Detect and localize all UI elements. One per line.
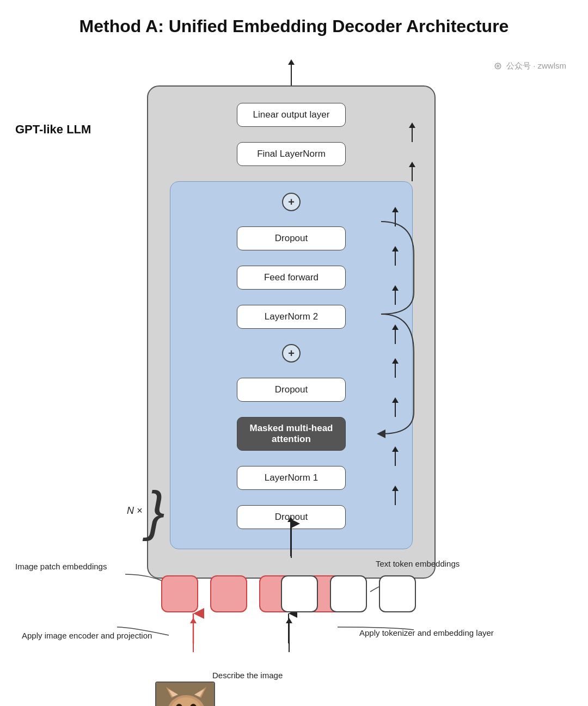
arrow-plus2-to-dropout1 — [395, 363, 396, 378]
image-patch-label: Image patch embeddings — [15, 562, 107, 571]
white-embed-boxes — [278, 575, 419, 612]
red-box-1 — [161, 575, 198, 612]
plus-circle-bottom: + — [282, 344, 301, 363]
cat-image — [155, 682, 215, 706]
watermark-text: 公众号 · zwwlsm — [506, 61, 566, 71]
plus-row-top: + — [187, 193, 396, 211]
arrow-attn-to-ln1 — [395, 451, 396, 466]
red-box-2 — [210, 575, 247, 612]
bottom-section: Image patch embeddings Text token embedd… — [0, 521, 588, 706]
cat-svg — [156, 683, 215, 706]
wechat-icon: ⊛ — [494, 60, 502, 72]
black-up-arrow — [289, 622, 290, 652]
arrow-plus1-to-dropout2 — [395, 211, 396, 226]
arrow-ln2-to-plus2 — [395, 329, 396, 344]
blue-container: N × } + Dropout Feed forward LayerNorm 2… — [170, 181, 413, 549]
nx-text: N × — [127, 505, 143, 517]
arrow-dropout1-to-attn — [395, 402, 396, 417]
layernorm2-box: LayerNorm 2 — [237, 305, 346, 329]
plus-circle-top: + — [282, 193, 301, 211]
red-arrow-head — [190, 618, 197, 623]
arrow-ff-to-ln2 — [395, 290, 396, 305]
dropout-mid-box: Dropout — [237, 378, 346, 402]
red-up-arrow — [193, 622, 194, 652]
arrow-head-up — [287, 517, 294, 522]
masked-attention-text: Masked multi-head attention — [248, 423, 334, 445]
final-layernorm-box: Final LayerNorm — [237, 142, 346, 166]
dropout-top-box: Dropout — [237, 226, 346, 250]
plus-row-bottom: + — [187, 344, 396, 363]
white-box-2 — [330, 575, 367, 612]
text-token-label: Text token embeddings — [376, 559, 460, 568]
arrow-linear-to-norm — [412, 127, 413, 142]
arrow-norm-to-blue — [412, 166, 413, 181]
outer-container: Linear output layer Final LayerNorm N × … — [147, 85, 436, 579]
arrow-ln1-to-dropout0 — [395, 490, 396, 505]
arrow-dropout2-to-ff — [395, 250, 396, 266]
white-box-3 — [379, 575, 416, 612]
apply-image-label: Apply image encoder and projection — [22, 630, 152, 641]
black-arrow-head — [286, 618, 292, 623]
describe-label: Describe the image — [212, 671, 283, 680]
linear-output-box: Linear output layer — [237, 103, 346, 127]
gpt-label: GPT-like LLM — [15, 122, 91, 137]
layernorm1-box: LayerNorm 1 — [237, 466, 346, 490]
main-up-arrow — [290, 521, 291, 556]
apply-tokenizer-label: Apply tokenizer and embedding layer — [359, 627, 494, 639]
watermark: ⊛ 公众号 · zwwlsm — [494, 60, 566, 72]
white-box-1 — [281, 575, 318, 612]
masked-attention-box: Masked multi-head attention — [237, 417, 346, 451]
top-arrow — [291, 64, 292, 85]
feed-forward-box: Feed forward — [237, 266, 346, 290]
page-title: Method A: Unified Embedding Decoder Arch… — [0, 0, 588, 47]
